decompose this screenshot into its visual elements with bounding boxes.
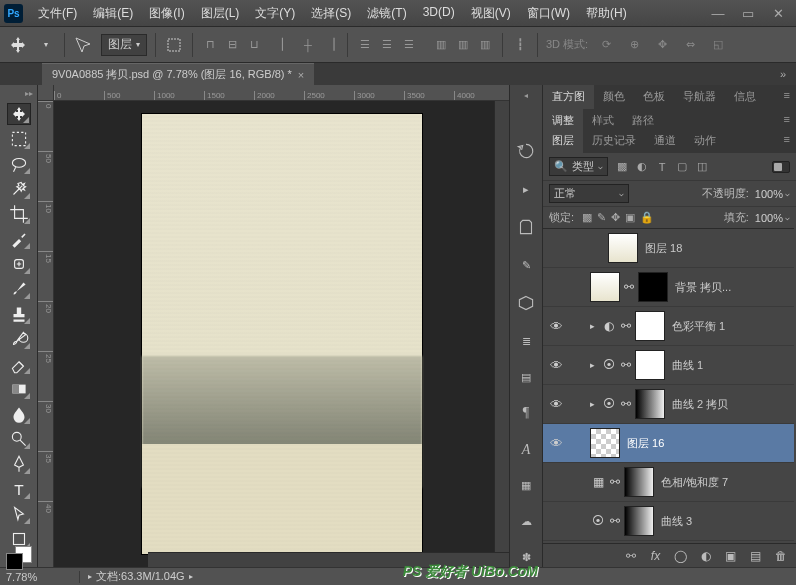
healing-tool[interactable] xyxy=(7,253,31,275)
blend-mode-combo[interactable]: 正常⌵ xyxy=(549,184,629,203)
menu-view[interactable]: 视图(V) xyxy=(464,2,518,25)
lasso-tool[interactable] xyxy=(7,153,31,175)
layer-name[interactable]: 色相/饱和度 7 xyxy=(657,475,790,490)
filter-type-icon[interactable]: T xyxy=(654,159,670,175)
ruler-vertical[interactable]: 05010152025303540 xyxy=(38,101,54,567)
dist-right-icon[interactable]: ▥ xyxy=(476,36,494,54)
new-layer-icon[interactable]: ▤ xyxy=(748,549,763,563)
3d-orbit-icon[interactable]: ⟳ xyxy=(596,35,616,55)
dist-bottom-icon[interactable]: ☰ xyxy=(400,36,418,54)
add-mask-icon[interactable]: ◯ xyxy=(673,549,688,563)
dist-top-icon[interactable]: ☰ xyxy=(356,36,374,54)
path-select-tool[interactable] xyxy=(7,503,31,525)
3d-roll-icon[interactable]: ⊕ xyxy=(624,35,644,55)
layer-row[interactable]: ⚯背景 拷贝... xyxy=(543,268,794,307)
character-panel-icon[interactable]: A xyxy=(515,441,537,459)
history-brush-tool[interactable] xyxy=(7,328,31,350)
tab-adjustments[interactable]: 调整 xyxy=(543,109,583,129)
align-hcenter-icon[interactable]: ┼ xyxy=(299,36,317,54)
3d-pan-icon[interactable]: ✥ xyxy=(652,35,672,55)
panel2-menu-icon[interactable]: ≡ xyxy=(778,109,796,129)
filter-toggle[interactable] xyxy=(772,161,790,173)
add-adjustment-icon[interactable]: ◐ xyxy=(698,549,713,563)
brushes-panel-icon[interactable]: ✎ xyxy=(515,256,537,274)
move-tool[interactable] xyxy=(7,103,31,125)
blur-tool[interactable] xyxy=(7,403,31,425)
menu-edit[interactable]: 编辑(E) xyxy=(86,2,140,25)
tool-preset-dropdown[interactable]: ▾ xyxy=(36,35,56,55)
dist-vcenter-icon[interactable]: ☰ xyxy=(378,36,396,54)
panel1-menu-icon[interactable]: ≡ xyxy=(778,85,796,109)
color-swatches[interactable] xyxy=(6,553,32,563)
3d-scale-icon[interactable]: ◱ xyxy=(708,35,728,55)
libraries-panel-icon[interactable]: ☁ xyxy=(515,513,537,531)
layer-mask-thumb[interactable] xyxy=(635,311,665,341)
layer-mask-thumb[interactable] xyxy=(635,389,665,419)
link-icon[interactable]: ⚯ xyxy=(620,358,632,372)
filter-shape-icon[interactable]: ▢ xyxy=(674,159,690,175)
tab-dropdown-icon[interactable]: » xyxy=(774,68,792,80)
pen-tool[interactable] xyxy=(7,453,31,475)
layer-name[interactable]: 图层 18 xyxy=(641,241,790,256)
history-panel-icon[interactable] xyxy=(515,140,537,162)
link-icon[interactable]: ⚯ xyxy=(623,280,635,294)
gradient-tool[interactable] xyxy=(7,378,31,400)
visibility-toggle[interactable]: 👁 xyxy=(543,436,569,451)
3d-panel-icon[interactable] xyxy=(515,292,537,314)
status-doc[interactable]: ▸文档:63.3M/1.04G▸ xyxy=(80,569,201,584)
layers-panel-icon[interactable]: ≣ xyxy=(515,332,537,350)
menu-type[interactable]: 文字(Y) xyxy=(248,2,302,25)
opacity-value[interactable]: 100%⌵ xyxy=(755,188,790,200)
visibility-toggle[interactable]: 👁 xyxy=(543,358,569,373)
close-tab-icon[interactable]: × xyxy=(298,69,304,81)
tab-layers[interactable]: 图层 xyxy=(543,129,583,153)
layer-name[interactable]: 曲线 2 拷贝 xyxy=(668,397,790,412)
layer-row[interactable]: 👁图层 16 xyxy=(543,424,794,463)
tab-styles[interactable]: 样式 xyxy=(583,109,623,129)
layer-mask-thumb[interactable] xyxy=(624,467,654,497)
minimize-button[interactable]: — xyxy=(704,4,732,22)
filter-type-combo[interactable]: 🔍 类型 ⌵ xyxy=(549,157,608,176)
layer-thumb[interactable] xyxy=(608,233,638,263)
layer-name[interactable]: 曲线 3 xyxy=(657,514,790,529)
layer-row[interactable]: ▦⚯色相/饱和度 7 xyxy=(543,463,794,502)
align-vcenter-icon[interactable]: ⊟ xyxy=(223,36,241,54)
panel3-menu-icon[interactable]: ≡ xyxy=(778,129,796,153)
eyedropper-tool[interactable] xyxy=(7,228,31,250)
expand-icon[interactable]: ▸ xyxy=(587,399,598,409)
menu-file[interactable]: 文件(F) xyxy=(31,2,84,25)
swatches-panel-icon[interactable]: ▦ xyxy=(515,477,537,495)
layer-row[interactable]: ⦿⚯曲线 3 xyxy=(543,502,794,541)
layer-name[interactable]: 色彩平衡 1 xyxy=(668,319,790,334)
lock-artboard-icon[interactable]: ▣ xyxy=(625,211,635,224)
link-layers-icon[interactable]: ⚯ xyxy=(623,549,638,563)
lock-pixels-icon[interactable]: ✎ xyxy=(597,211,606,224)
menu-select[interactable]: 选择(S) xyxy=(304,2,358,25)
expand-icon[interactable]: ▸ xyxy=(587,360,598,370)
tab-info[interactable]: 信息 xyxy=(725,85,765,109)
layer-mask-thumb[interactable] xyxy=(635,350,665,380)
transform-controls-icon[interactable] xyxy=(164,35,184,55)
stamp-tool[interactable] xyxy=(7,303,31,325)
layer-row[interactable]: 👁▸⦿⚯曲线 2 拷贝 xyxy=(543,385,794,424)
lock-all-icon[interactable]: 🔒 xyxy=(640,211,654,224)
fill-value[interactable]: 100%⌵ xyxy=(755,212,790,224)
status-zoom[interactable]: 7.78% xyxy=(0,571,80,583)
paragraph-panel-icon[interactable]: ¶ xyxy=(515,404,537,422)
menu-3d[interactable]: 3D(D) xyxy=(416,2,462,25)
crop-tool[interactable] xyxy=(7,203,31,225)
tab-navigator[interactable]: 导航器 xyxy=(674,85,725,109)
toolbox-collapse-icon[interactable]: ▸▸ xyxy=(25,89,33,98)
tab-histogram[interactable]: 直方图 xyxy=(543,85,594,109)
layer-style-icon[interactable]: fx xyxy=(648,549,663,563)
3d-slide-icon[interactable]: ⇔ xyxy=(680,35,700,55)
layer-name[interactable]: 图层 16 xyxy=(623,436,790,451)
layer-thumb[interactable] xyxy=(590,428,620,458)
tab-history[interactable]: 历史记录 xyxy=(583,129,645,153)
auto-select-combo[interactable]: 图层▾ xyxy=(101,34,147,56)
menu-filter[interactable]: 滤镜(T) xyxy=(360,2,413,25)
expand-icon[interactable]: ▸ xyxy=(587,321,598,331)
align-left-icon[interactable]: ▏ xyxy=(277,36,295,54)
menu-window[interactable]: 窗口(W) xyxy=(520,2,577,25)
layer-list[interactable]: 图层 18⚯背景 拷贝...👁▸◐⚯色彩平衡 1👁▸⦿⚯曲线 1👁▸⦿⚯曲线 2… xyxy=(543,228,794,543)
